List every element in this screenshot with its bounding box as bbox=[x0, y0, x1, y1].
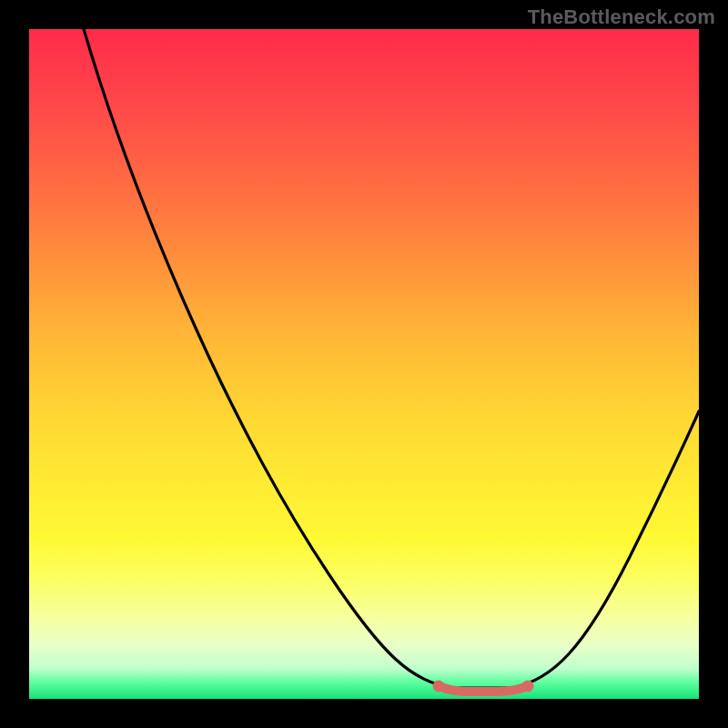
chart-frame: TheBottleneck.com bbox=[0, 0, 728, 728]
watermark-text: TheBottleneck.com bbox=[528, 5, 715, 29]
plot-area bbox=[29, 29, 699, 699]
deviation-curve-path bbox=[84, 29, 699, 688]
optimal-zone-right-dot bbox=[522, 681, 534, 693]
optimal-zone-left-dot bbox=[433, 681, 445, 693]
bottleneck-curve bbox=[29, 29, 699, 699]
